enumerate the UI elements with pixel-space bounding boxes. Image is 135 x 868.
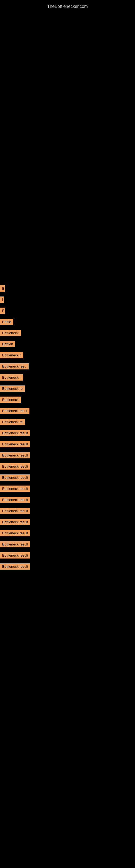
list-item: Bottleneck r <box>0 351 135 360</box>
list-item: E <box>0 307 135 315</box>
list-item: Bottleneck result <box>0 463 135 471</box>
list-item: Bottleneck result <box>0 440 135 449</box>
list-item: Bottleneck result <box>0 485 135 493</box>
bottleneck-result-label[interactable]: Bottleneck r <box>0 374 23 380</box>
bottleneck-result-label[interactable]: Bottlen <box>0 341 15 347</box>
bottleneck-result-label[interactable]: Bottleneck result <box>0 430 30 436</box>
bottleneck-result-label[interactable]: Bottleneck result <box>0 519 30 525</box>
bottleneck-result-label[interactable]: I <box>0 297 4 303</box>
bottleneck-result-label[interactable]: Bottleneck <box>0 397 21 403</box>
list-item: Bottleneck result <box>0 474 135 482</box>
bottleneck-result-label[interactable]: Bottleneck result <box>0 441 30 447</box>
bottleneck-list: BIEBottleBottleneckBottlenBottleneck rBo… <box>0 285 135 574</box>
list-item: Bottleneck result <box>0 496 135 504</box>
list-item: Bottleneck result <box>0 452 135 460</box>
bottleneck-result-label[interactable]: Bottleneck re <box>0 419 25 425</box>
list-item: I <box>0 296 135 304</box>
bottleneck-result-label[interactable]: E <box>0 308 5 314</box>
list-item: Bottleneck result <box>0 552 135 560</box>
bottleneck-result-label[interactable]: Bottleneck r <box>0 352 23 358</box>
bottleneck-result-label[interactable]: Bottleneck <box>0 330 21 336</box>
list-item: Bottleneck <box>0 396 135 404</box>
list-item: Bottlen <box>0 340 135 349</box>
bottleneck-result-label[interactable]: Bottleneck result <box>0 497 30 503</box>
bottleneck-result-label[interactable]: Bottleneck resu <box>0 363 29 369</box>
bottleneck-result-label[interactable]: Bottleneck result <box>0 463 30 469</box>
list-item: Bottle <box>0 318 135 327</box>
bottleneck-result-label[interactable]: Bottleneck result <box>0 452 30 458</box>
list-item: Bottleneck r <box>0 374 135 382</box>
bottleneck-result-label[interactable]: Bottleneck result <box>0 474 30 480</box>
list-item: Bottleneck result <box>0 563 135 571</box>
bottleneck-result-label[interactable]: Bottleneck resul <box>0 408 30 414</box>
list-item: Bottleneck resul <box>0 407 135 415</box>
list-item: Bottleneck result <box>0 429 135 438</box>
list-item: Bottleneck result <box>0 540 135 549</box>
bottleneck-result-label[interactable]: Bottleneck result <box>0 563 30 569</box>
list-item: Bottleneck result <box>0 507 135 516</box>
bottleneck-result-label[interactable]: Bottleneck re <box>0 385 25 392</box>
bottleneck-result-label[interactable]: Bottleneck result <box>0 530 30 536</box>
bottleneck-result-label[interactable]: Bottleneck result <box>0 508 30 514</box>
list-item: Bottleneck resu <box>0 363 135 371</box>
site-title: TheBottlenecker.com <box>0 1 135 12</box>
list-item: B <box>0 285 135 293</box>
bottleneck-result-label[interactable]: Bottleneck result <box>0 541 30 547</box>
bottleneck-result-label[interactable]: B <box>0 285 5 291</box>
list-item: Bottleneck result <box>0 529 135 538</box>
bottleneck-result-label[interactable]: Bottleneck result <box>0 486 30 492</box>
bottleneck-result-label[interactable]: Bottleneck result <box>0 552 30 558</box>
list-item: Bottleneck re <box>0 385 135 393</box>
bottleneck-result-label[interactable]: Bottle <box>0 319 13 325</box>
list-item: Bottleneck <box>0 329 135 338</box>
list-item: Bottleneck re <box>0 418 135 427</box>
list-item: Bottleneck result <box>0 518 135 527</box>
